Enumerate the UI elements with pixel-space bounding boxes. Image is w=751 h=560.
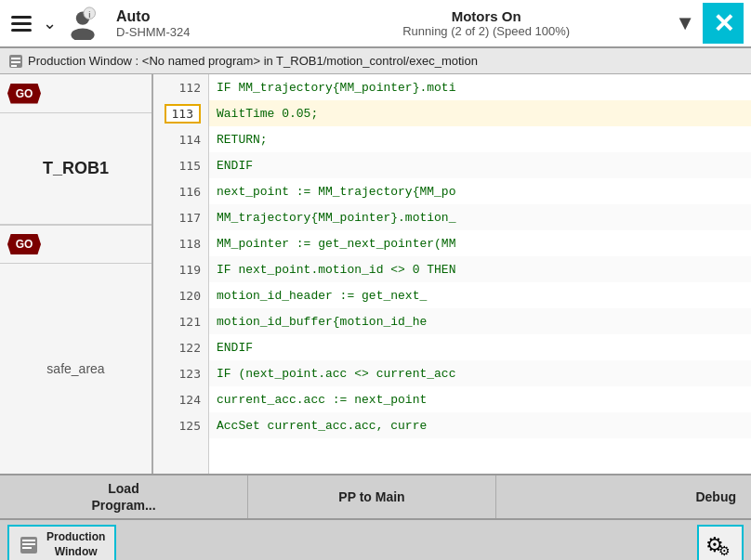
footer: Production Window ⚙ ⚙ (0, 518, 751, 560)
code-line-118: MM_pointer := get_next_pointer(MM (209, 230, 751, 256)
line-number-121: 121 (153, 308, 208, 334)
code-line-115: ENDIF (209, 152, 751, 178)
debug-button[interactable]: Debug (496, 475, 751, 518)
line-number-118: 118 (153, 230, 208, 256)
close-button[interactable]: ✕ (703, 3, 744, 44)
line-number-113: 113 (153, 100, 208, 126)
svg-rect-5 (11, 58, 20, 59)
line-number-123: 123 (153, 360, 208, 386)
code-line-113: WaitTime 0.05; (209, 100, 751, 126)
svg-point-1 (71, 28, 94, 40)
line-number-114: 114 (153, 126, 208, 152)
svg-rect-7 (11, 65, 17, 67)
robot-label-row: T_ROB1 (0, 113, 152, 225)
production-window-icon (19, 535, 39, 555)
breadcrumb-text: Production Window : <No named program> i… (28, 54, 478, 68)
code-line-116: next_point := MM_trajectory{MM_po (209, 178, 751, 204)
pp-to-main-button[interactable]: PP to Main (248, 475, 496, 518)
code-line-124: current_acc.acc := next_point (209, 386, 751, 412)
gear-button[interactable]: ⚙ ⚙ (697, 525, 744, 561)
svg-rect-10 (22, 543, 35, 545)
user-icon: i (66, 7, 99, 40)
code-line-117: MM_trajectory{MM_pointer}.motion_ (209, 204, 751, 230)
code-line-122: ENDIF (209, 334, 751, 360)
motor-icon: ▼ (675, 11, 695, 35)
line-number-112: 112 (153, 74, 208, 100)
svg-rect-9 (22, 540, 35, 541)
safe-area-label: safe_area (46, 361, 104, 376)
bottom-toolbar: Load Program... PP to Main Debug (0, 474, 751, 518)
line-number-120: 120 (153, 282, 208, 308)
go-label-2: GO (7, 234, 41, 254)
code-line-120: motion_id_header := get_next_ (209, 282, 751, 308)
go-badge-1: GO (0, 74, 152, 113)
go-label-1: GO (7, 84, 41, 104)
code-line-125: AccSet current_acc.acc, curre (209, 412, 751, 438)
toolbar-left: ⌄ i (7, 5, 101, 42)
line-number-116: 116 (153, 178, 208, 204)
line-number-125: 125 (153, 412, 208, 438)
load-program-button[interactable]: Load Program... (0, 475, 248, 518)
robot-label: T_ROB1 (43, 159, 109, 178)
code-line-114: RETURN; (209, 126, 751, 152)
line-number-119: 119 (153, 256, 208, 282)
line-numbers: 1121131141151161171181191201211221231241… (153, 74, 209, 474)
toolbar-status: Motors On Running (2 of 2) (Speed 100%) (305, 8, 667, 38)
left-panel: GO T_ROB1 GO safe_area (0, 74, 153, 474)
code-line-112: IF MM_trajectory{MM_pointer}.moti (209, 74, 751, 100)
line-number-115: 115 (153, 152, 208, 178)
toolbar-center: Auto D-SHMM-324 (109, 8, 297, 39)
toolbar-device-label: D-SHMM-324 (116, 25, 297, 39)
code-line-123: IF (next_point.acc <> current_acc (209, 360, 751, 386)
code-line-119: IF next_point.motion_id <> 0 THEN (209, 256, 751, 282)
line-number-122: 122 (153, 334, 208, 360)
code-line-121: motion_id_buffer{motion_id_he (209, 308, 751, 334)
svg-rect-6 (11, 61, 20, 63)
svg-rect-11 (22, 547, 32, 549)
breadcrumb-icon (7, 53, 24, 70)
production-window-label: Production Window (46, 530, 105, 559)
production-window-button[interactable]: Production Window (7, 525, 116, 560)
toolbar: ⌄ i Auto D-SHMM-324 Motors On Running (2… (0, 0, 751, 48)
toolbar-running-label: Running (2 of 2) (Speed 100%) (305, 24, 667, 38)
line-number-117: 117 (153, 204, 208, 230)
code-area[interactable]: IF MM_trajectory{MM_pointer}.moti WaitTi… (209, 74, 751, 474)
gear-icon-2: ⚙ (718, 543, 731, 558)
toolbar-right: ▼ ✕ (675, 3, 744, 44)
user-icon-button[interactable]: i (64, 5, 101, 42)
hamburger-icon[interactable] (7, 12, 35, 35)
line-number-124: 124 (153, 386, 208, 412)
highlighted-line-num: 113 (165, 104, 201, 124)
go-badge-2: GO (0, 225, 152, 264)
main-content: GO T_ROB1 GO safe_area 11211311411511611… (0, 74, 751, 474)
chevron-down-icon[interactable]: ⌄ (39, 9, 60, 37)
breadcrumb: Production Window : <No named program> i… (0, 48, 751, 74)
svg-text:i: i (88, 10, 90, 20)
toolbar-mode-label: Auto (116, 8, 297, 25)
safe-area-row: safe_area (0, 264, 152, 474)
toolbar-motors-label: Motors On (305, 8, 667, 24)
load-program-label: Load Program... (91, 481, 155, 513)
